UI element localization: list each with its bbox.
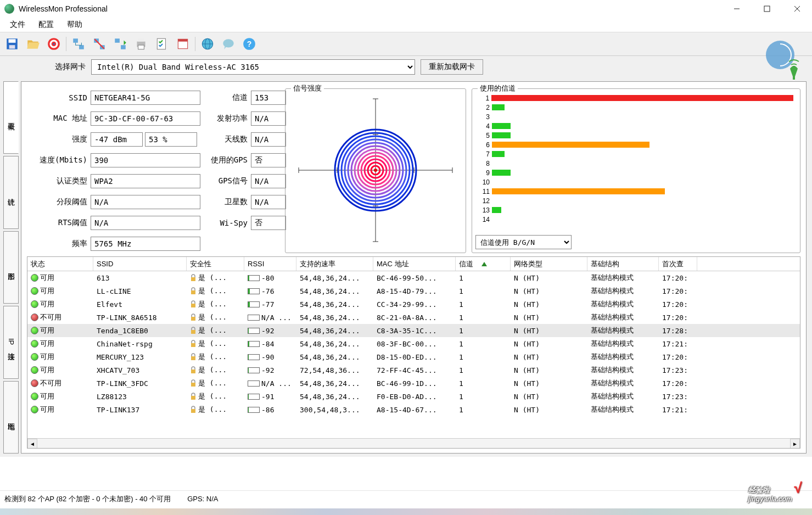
col-infra[interactable]: 基础结构	[587, 257, 659, 271]
tab-graph[interactable]: 图形	[3, 231, 19, 304]
table-row[interactable]: 不可用TP-LINK_8A6518 是 (... N/A ...54,48,36…	[27, 311, 800, 324]
network3-icon[interactable]	[111, 35, 129, 53]
help-icon[interactable]: ?	[240, 35, 258, 53]
decorative-strip	[0, 508, 812, 515]
toolbar: ?	[0, 32, 812, 56]
strength-label: 强度	[27, 135, 87, 144]
svg-rect-21	[157, 38, 165, 49]
svg-point-30	[766, 41, 794, 69]
status-dot-icon	[31, 406, 38, 413]
info-fields: SSID NETGEAR41-5G 信道 153 MAC 地址 9C-3D-CF…	[27, 88, 279, 253]
svg-rect-55	[191, 277, 195, 281]
table-row[interactable]: 可用LL-cLINE 是 (... -7654,48,36,24...A8-15…	[27, 284, 800, 298]
col-type[interactable]: 网络类型	[511, 257, 587, 271]
mac-label: MAC 地址	[27, 114, 87, 124]
maximize-button[interactable]	[752, 0, 782, 18]
rts-label: RTS阈值	[27, 218, 87, 228]
table-row[interactable]: 可用Elfevt 是 (... -7754,48,36,24...CC-34-2…	[27, 298, 800, 311]
checklist-icon[interactable]	[153, 35, 171, 53]
tab-summary[interactable]: 概要	[3, 81, 19, 154]
table-row[interactable]: 可用ChinaNet-rspg 是 (... -8454,48,36,24...…	[27, 337, 800, 350]
col-rate[interactable]: 支持的速率	[296, 257, 373, 271]
svg-point-10	[53, 43, 54, 44]
col-security[interactable]: 安全性	[187, 257, 244, 271]
scroll-left-icon[interactable]: ◄	[27, 439, 37, 449]
gps-value: 否	[251, 153, 286, 167]
svg-rect-58	[191, 317, 195, 321]
table-body[interactable]: 可用613 是 (... -8054,48,36,24...BC-46-99-5…	[27, 271, 800, 438]
rssi-bar-icon	[248, 315, 260, 321]
menu-file[interactable]: 文件	[3, 18, 32, 31]
scroll-right-icon[interactable]: ►	[790, 439, 800, 449]
col-mac[interactable]: MAC 地址	[373, 257, 456, 271]
table-row[interactable]: 可用613 是 (... -8054,48,36,24...BC-46-99-5…	[27, 271, 800, 284]
nic-select[interactable]: Intel(R) Dual Band Wireless-AC 3165	[91, 59, 415, 75]
channel-bar-row: 11	[479, 187, 793, 196]
tab-map[interactable]: 地图	[3, 381, 19, 454]
table-row[interactable]: 可用LZ88123 是 (... -9154,48,36,24...F0-EB-…	[27, 390, 800, 403]
gps-signal-value: N/A	[251, 174, 286, 188]
col-channel[interactable]: 信道	[456, 257, 511, 271]
calendar-icon[interactable]	[174, 35, 192, 53]
status-dot-icon	[31, 314, 38, 321]
status-dot-icon	[31, 327, 38, 334]
status-bar: 检测到 82 个AP (82 个加密 - 0 个未加密) - 40 个可用 GP…	[0, 490, 812, 507]
window-title: WirelessMon Professional	[19, 4, 108, 13]
channel-bar-row: 9	[479, 168, 793, 177]
col-status[interactable]: 状态	[27, 257, 93, 271]
col-rssi[interactable]: RSSI	[244, 257, 296, 271]
channel-bar-row: 14	[479, 215, 793, 224]
target-icon[interactable]	[45, 35, 63, 53]
status-dot-icon	[31, 274, 38, 282]
lock-icon	[190, 274, 197, 282]
channels-title: 使用的信道	[478, 83, 518, 93]
lock-icon	[190, 366, 197, 374]
save-icon[interactable]	[3, 35, 21, 53]
table-row[interactable]: 可用Tenda_1C8EB0 是 (... -9254,48,36,24...C…	[27, 324, 800, 337]
table-row[interactable]: 可用TP-LINK137 是 (... -86300,54,48,3...A8-…	[27, 403, 800, 416]
tab-stats[interactable]: 统计	[3, 156, 19, 228]
svg-rect-20	[138, 45, 144, 49]
rssi-bar-icon	[248, 328, 260, 334]
print-icon[interactable]	[132, 35, 150, 53]
gps-signal-label: GPS信号	[204, 176, 248, 186]
mac-value: 9C-3D-CF-00-67-63	[91, 111, 200, 126]
sat-label: 卫星数	[204, 197, 248, 207]
channels-panel: 使用的信道 1234567891011121314 信道使用 B/G/N	[472, 88, 800, 253]
svg-rect-6	[9, 45, 15, 49]
open-icon[interactable]	[24, 35, 42, 53]
svg-line-15	[94, 39, 104, 48]
table-row[interactable]: 可用XHCATV_703 是 (... -9272,54,48,36...72-…	[27, 363, 800, 377]
menu-help[interactable]: 帮助	[60, 18, 89, 31]
title-bar: WirelessMon Professional	[0, 0, 812, 18]
rssi-bar-icon	[248, 275, 260, 281]
hscrollbar[interactable]: ◄ ►	[27, 438, 800, 448]
nic-selector-row: 选择网卡 Intel(R) Dual Band Wireless-AC 3165…	[0, 56, 812, 78]
table-header: 状态 SSID 安全性 RSSI 支持的速率 MAC 地址 信道 网络类型 基础…	[27, 257, 800, 271]
col-ssid[interactable]: SSID	[93, 257, 187, 271]
speed-label: 速度(Mbits)	[27, 155, 87, 165]
ssid-label: SSID	[27, 93, 87, 102]
rssi-bar-icon	[248, 407, 260, 413]
svg-rect-19	[138, 38, 144, 41]
col-first-seen[interactable]: 首次查	[659, 257, 697, 271]
svg-rect-61	[191, 356, 195, 360]
chat-icon[interactable]	[220, 35, 237, 53]
table-row[interactable]: 不可用TP-LINK_3FDC 是 (... N/A ...54,48,36,2…	[27, 377, 800, 390]
channel-bar-row: 3	[479, 112, 793, 121]
minimize-button[interactable]	[721, 0, 752, 18]
channel-mode-select[interactable]: 信道使用 B/G/N	[475, 235, 572, 249]
reload-nic-button[interactable]: 重新加载网卡	[421, 59, 483, 75]
menu-config[interactable]: 配置	[32, 18, 60, 31]
network2-icon[interactable]	[91, 35, 108, 53]
status-ap-count: 检测到 82 个AP (82 个加密 - 0 个未加密) - 40 个可用	[4, 494, 171, 504]
close-button[interactable]	[782, 0, 812, 18]
status-gps: GPS: N/A	[187, 495, 218, 503]
app-logo-icon	[764, 38, 808, 82]
lock-icon	[190, 314, 197, 321]
network1-icon[interactable]	[70, 35, 87, 53]
svg-rect-5	[9, 39, 16, 43]
tab-ip-conn[interactable]: IP 连接	[3, 306, 19, 378]
globe-icon[interactable]	[199, 35, 216, 53]
table-row[interactable]: 可用MERCURY_123 是 (... -9054,48,36,24...D8…	[27, 350, 800, 363]
